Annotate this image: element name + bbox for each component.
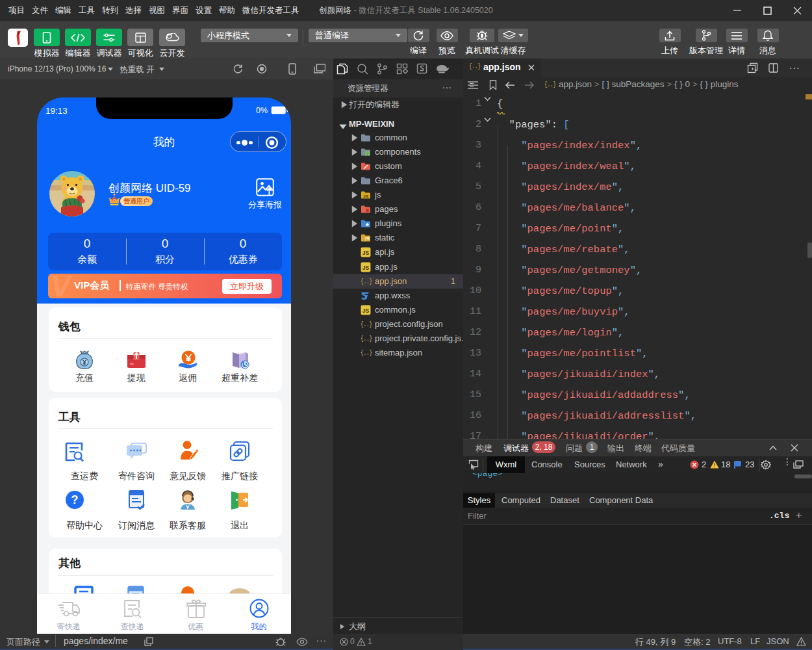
- svg-text:JS: JS: [363, 194, 369, 199]
- svg-text:JS: JS: [362, 250, 370, 256]
- svg-text:JS: JS: [362, 307, 370, 314]
- svg-text:JS: JS: [362, 265, 370, 271]
- svg-text:?: ?: [71, 493, 79, 506]
